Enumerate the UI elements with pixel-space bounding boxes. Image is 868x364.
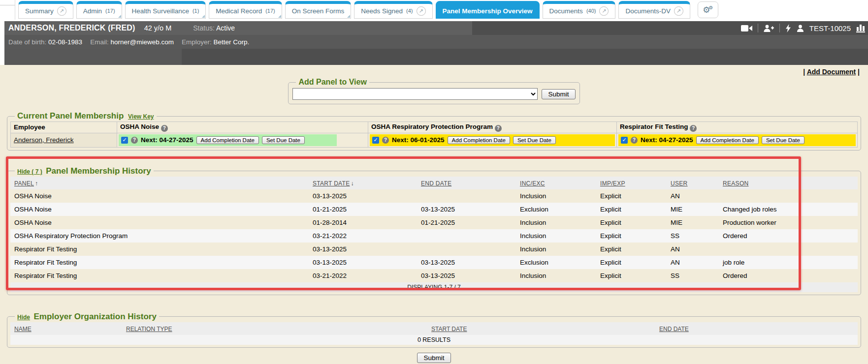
history-row: OSHA Noise03-13-2025 InclusionExplicitAN bbox=[10, 189, 858, 203]
sort-user-link[interactable]: USER bbox=[671, 180, 688, 187]
checkbox-checked[interactable]: ✓ bbox=[121, 137, 128, 144]
tab-label: Documents-DV bbox=[625, 7, 671, 15]
current-membership-table: Employee OSHA Noise ? OSHA Respiratory P… bbox=[10, 121, 858, 148]
help-icon[interactable]: ? bbox=[131, 137, 138, 144]
add-completion-date-button[interactable]: Add Completion Date bbox=[196, 136, 259, 144]
set-due-date-button[interactable]: Set Due Date bbox=[513, 136, 556, 144]
tab-label: On Screen Forms bbox=[292, 7, 345, 15]
tab-admin[interactable]: Admin (17) bbox=[76, 1, 122, 19]
tab-summary[interactable]: Summary ↗ bbox=[18, 1, 73, 19]
tab-needs-signed[interactable]: Needs Signed (4) ↗ bbox=[354, 1, 432, 19]
gear-small-icon: ⚙ bbox=[709, 5, 713, 10]
col-end-date: END DATE bbox=[417, 177, 516, 189]
sort-panel-link[interactable]: PANEL bbox=[14, 180, 34, 187]
page-submit-button[interactable]: Submit bbox=[417, 353, 450, 363]
sort-name-link[interactable]: NAME bbox=[14, 326, 32, 333]
sort-emp-end-date-link[interactable]: END DATE bbox=[659, 326, 689, 333]
content-area: | Add Document | Add Panel to View Submi… bbox=[0, 65, 868, 364]
col-relation-type: RELATION TYPE bbox=[122, 322, 427, 335]
current-panel-membership-legend: Current Panel Membership View Key bbox=[15, 111, 157, 121]
flowsheet-chart-icon[interactable] bbox=[856, 24, 865, 32]
tab-on-screen-forms[interactable]: On Screen Forms bbox=[285, 1, 352, 19]
hide-employer-history-link[interactable]: Hide bbox=[17, 314, 30, 321]
hide-history-link[interactable]: Hide ( 7 ) bbox=[17, 168, 42, 175]
tab-label: Needs Signed bbox=[361, 7, 403, 15]
add-document-link[interactable]: Add Document bbox=[807, 68, 856, 76]
sort-desc-icon: ↓ bbox=[351, 180, 354, 187]
tab-label: Documents bbox=[549, 7, 583, 15]
tab-label: Admin bbox=[83, 7, 102, 15]
help-icon[interactable]: ? bbox=[382, 137, 389, 144]
set-due-date-button[interactable]: Set Due Date bbox=[262, 136, 305, 144]
history-row: Respirator Fit Testing03-21-202203-13-20… bbox=[10, 269, 858, 282]
tab-health-surveillance[interactable]: Health Surveillance (1) bbox=[125, 1, 206, 19]
panel-membership-history-legend: Hide ( 7 ) Panel Membership History bbox=[15, 166, 154, 176]
employer-organization-history-section: Hide Employer Organization History NAME … bbox=[7, 312, 861, 348]
video-call-icon[interactable] bbox=[741, 25, 752, 32]
sort-imp-exp-link[interactable]: IMP/EXP bbox=[600, 180, 625, 187]
patient-header-band: ANDERSON, FREDERICK (FRED) 42 y/o M Stat… bbox=[4, 21, 868, 65]
checkbox-checked[interactable]: ✓ bbox=[621, 137, 628, 144]
settings-button[interactable]: ⚙ ⚙ bbox=[698, 1, 718, 18]
view-key-link[interactable]: View Key bbox=[128, 113, 154, 120]
panel-membership-history-table: PANEL↑ START DATE↓ END DATE INC/EXC IMP/… bbox=[10, 177, 858, 292]
tab-count: (4) bbox=[406, 8, 413, 14]
tab-panel-membership-overview[interactable]: Panel Membership Overview bbox=[436, 1, 540, 19]
add-panel-section: Add Panel to View Submit bbox=[288, 78, 579, 104]
history-row: OSHA Respiratory Protection Program03-21… bbox=[10, 229, 858, 243]
popout-icon[interactable]: ↗ bbox=[674, 6, 683, 16]
employee-link[interactable]: Anderson, Frederick bbox=[14, 136, 74, 144]
tab-medical-record[interactable]: Medical Record (17) bbox=[209, 1, 282, 19]
col-emp-end-date: END DATE bbox=[655, 322, 858, 335]
help-icon[interactable]: ? bbox=[690, 125, 697, 132]
tab-label: Medical Record bbox=[216, 7, 262, 15]
col-emp-start-date: START DATE bbox=[427, 322, 655, 335]
help-icon[interactable]: ? bbox=[161, 125, 168, 132]
add-panel-submit-button[interactable]: Submit bbox=[542, 89, 575, 99]
sort-inc-exc-link[interactable]: INC/EXC bbox=[520, 180, 545, 187]
sort-start-date-link[interactable]: START DATE bbox=[313, 180, 350, 187]
next-due-date: Next: 04-27-2025 bbox=[641, 136, 693, 144]
tab-documents[interactable]: Documents (40) ↗ bbox=[543, 1, 616, 19]
add-document-row: | Add Document | bbox=[0, 65, 868, 76]
help-icon[interactable]: ? bbox=[495, 125, 502, 132]
add-panel-select[interactable] bbox=[292, 88, 538, 100]
add-completion-date-button[interactable]: Add Completion Date bbox=[448, 136, 510, 144]
popout-icon[interactable]: ↗ bbox=[57, 6, 66, 16]
set-due-date-button[interactable]: Set Due Date bbox=[762, 136, 804, 144]
col-osha-noise: OSHA Noise ? bbox=[117, 122, 368, 133]
user-icon[interactable] bbox=[797, 25, 804, 32]
osha-respiratory-status-cell: ✓ ? Next: 06-01-2025 Add Completion Date… bbox=[370, 134, 615, 146]
dropdown-fold-icon bbox=[347, 15, 350, 18]
next-due-date: Next: 06-01-2025 bbox=[392, 136, 445, 144]
employer-field: Employer: Better Corp. bbox=[182, 38, 249, 46]
sort-reason-link[interactable]: REASON bbox=[723, 180, 748, 187]
email-field: Email: horner@mieweb.com bbox=[90, 38, 174, 46]
help-icon[interactable]: ? bbox=[631, 137, 638, 144]
rail-tick bbox=[0, 5, 15, 5]
dob-field: Date of birth: 02-08-1983 bbox=[8, 38, 82, 46]
history-paging-status: DISPLAYING 1-7 / 7 bbox=[10, 282, 858, 292]
sort-end-date-link[interactable]: END DATE bbox=[421, 180, 451, 187]
employer-results-count: 0 RESULTS bbox=[10, 335, 858, 345]
toolbar-divider bbox=[758, 24, 758, 32]
dropdown-fold-icon bbox=[278, 15, 281, 18]
sort-emp-start-date-link[interactable]: START DATE bbox=[431, 326, 467, 333]
add-completion-date-button[interactable]: Add Completion Date bbox=[696, 136, 759, 144]
tab-label: Health Surveillance bbox=[132, 7, 189, 15]
sort-relation-type-link[interactable]: RELATION TYPE bbox=[126, 326, 172, 333]
checkbox-checked[interactable]: ✓ bbox=[372, 137, 379, 144]
popout-icon[interactable]: ↗ bbox=[599, 6, 609, 16]
patient-header-notch bbox=[4, 49, 182, 65]
popout-icon[interactable]: ↗ bbox=[417, 6, 426, 16]
add-panel-legend: Add Panel to View bbox=[296, 78, 369, 87]
sort-asc-icon: ↑ bbox=[35, 180, 38, 187]
quick-actions-lightning-icon[interactable] bbox=[785, 24, 791, 32]
add-user-icon[interactable] bbox=[764, 25, 774, 32]
chart-tab-bar: Summary ↗ Admin (17) Health Surveillance… bbox=[18, 1, 718, 19]
patient-header-row2: Date of birth: 02-08-1983 Email: horner@… bbox=[4, 35, 868, 49]
tab-documents-dv[interactable]: Documents-DV ↗ bbox=[618, 1, 690, 19]
patient-toolbar: TEST-10025 bbox=[741, 21, 865, 35]
tab-count: (17) bbox=[105, 8, 115, 14]
osha-noise-status-cell: ✓ ? Next: 04-27-2025 Add Completion Date… bbox=[119, 134, 337, 146]
